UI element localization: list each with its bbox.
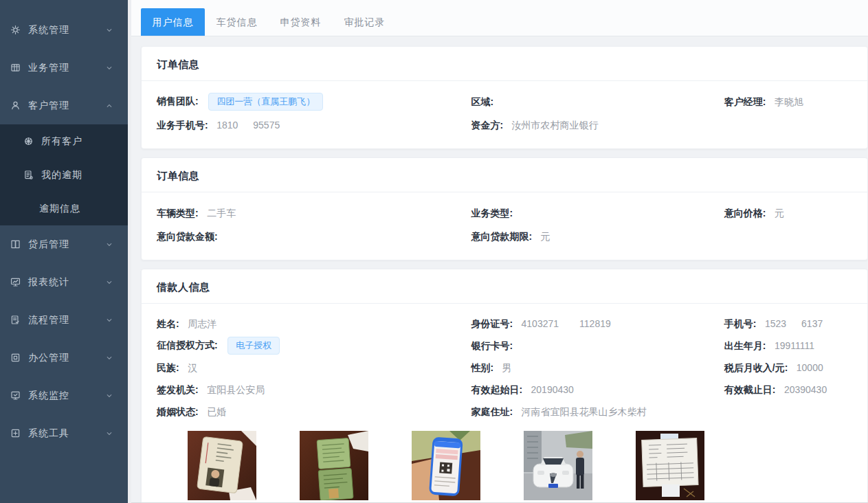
field-value: 二手车 (207, 208, 236, 219)
sidebar-item-customer-mgmt[interactable]: 客户管理 (0, 87, 128, 124)
chevron-down-icon (104, 429, 114, 438)
sidebar-item-label: 逾期信息 (39, 203, 80, 215)
chevron-down-icon (104, 63, 114, 73)
field-value: 4103271112819 (522, 318, 611, 329)
card-title: 借款人信息 (142, 269, 867, 304)
field-label: 资金方: (471, 120, 503, 131)
field-label: 姓名: (157, 318, 179, 329)
chevron-down-icon (104, 278, 114, 287)
borrower-info-card: 借款人信息 姓名: 周志洋 身份证号: 4103271112819 手机号: 1… (141, 269, 868, 502)
field-value: 宜阳县公安局 (207, 384, 265, 395)
sidebar-item-office-mgmt[interactable]: 办公管理 (0, 339, 128, 377)
field-label: 家庭住址: (471, 406, 513, 417)
sidebar-item-business-mgmt[interactable]: 业务管理 (0, 49, 128, 87)
field-customer-manager: 客户经理: 李晓旭 (724, 96, 852, 109)
field-label: 有效截止日: (724, 384, 776, 395)
gear-icon (10, 24, 21, 36)
field-birth-date: 出生年月: 19911111 (724, 339, 852, 353)
sidebar-item-system-mgmt[interactable]: 系统管理 (0, 11, 128, 49)
sidebar-item-label: 系统管理 (28, 24, 104, 36)
tab-user-info[interactable]: 用户信息 (141, 8, 205, 36)
card-title: 订单信息 (142, 47, 867, 81)
booklet-photo-image (300, 431, 368, 500)
field-value: 周志洋 (188, 318, 216, 329)
field-business-type: 业务类型: (471, 207, 724, 220)
credit-auth-tag[interactable]: 电子授权 (227, 337, 280, 355)
field-id-number: 身份证号: 4103271112819 (471, 317, 724, 331)
field-label: 区域: (471, 96, 493, 107)
field-value: 19911111 (775, 340, 814, 351)
field-monthly-income: 税后月收入/元: 10000 (724, 361, 852, 375)
field-gender: 性别: 男 (471, 361, 724, 375)
id-card-photo[interactable]: 身份证 (188, 431, 256, 502)
sidebar-item-report-stats[interactable]: 报表统计 (0, 263, 128, 301)
sidebar-item-process-mgmt[interactable]: 流程管理 (0, 301, 128, 339)
field-label: 签发机关: (157, 384, 199, 395)
sidebar-item-system-monitor[interactable]: 系统监控 (0, 377, 128, 414)
tab-car-loan-info[interactable]: 车贷信息 (205, 8, 269, 36)
field-business-phone: 业务手机号: 181095575 (157, 119, 471, 132)
tab-loan-application-docs[interactable]: 申贷资料 (269, 8, 333, 36)
field-name: 姓名: 周志洋 (157, 317, 471, 331)
field-label: 车辆类型: (157, 208, 199, 219)
field-label: 手机号: (724, 318, 757, 329)
sidebar-item-label: 系统工具 (28, 427, 104, 440)
field-bank-card: 银行卡号: (471, 339, 724, 353)
field-value: 男 (502, 362, 512, 373)
sidebar-item-label: 办公管理 (28, 352, 104, 364)
tab-bar: 用户信息 车贷信息 申贷资料 审批记录 (131, 0, 868, 36)
person-car-photo-image (524, 431, 592, 500)
card-title: 订单信息 (142, 158, 867, 192)
field-label: 民族: (157, 362, 179, 373)
credit-auth-photo[interactable]: 征信授权 (412, 431, 480, 502)
field-ethnicity: 民族: 汉 (157, 361, 471, 375)
order-info-card-2: 订单信息 车辆类型: 二手车 业务类型: 意向价格: 元 (141, 157, 868, 260)
id-card-photo-image (188, 431, 256, 500)
field-value: 元 (541, 231, 550, 242)
booklet-photo[interactable]: 户口本照片 (300, 431, 368, 502)
field-value: 181095575 (216, 120, 280, 131)
customer-mgmt-submenu: 所有客户 我的逾期 逾期信息 (0, 124, 128, 225)
field-label: 银行卡号: (471, 340, 513, 351)
field-region: 区域: (471, 96, 724, 109)
sidebar-item-label: 我的逾期 (41, 169, 82, 181)
book-icon (10, 238, 21, 250)
field-label: 身份证号: (471, 318, 513, 329)
borrower-photos: 身份证 (157, 423, 852, 502)
credit-auth-photo-image (412, 431, 480, 500)
sidebar-item-overdue-info[interactable]: 逾期信息 (0, 192, 128, 225)
field-credit-auth-method: 征信授权方式: 电子授权 (157, 337, 471, 355)
sidebar-item-all-customers[interactable]: 所有客户 (0, 124, 128, 158)
field-label: 出生年月: (724, 340, 766, 351)
field-sales-team: 销售团队: 四团一营（直属王鹏飞） (157, 93, 471, 111)
field-label: 意向贷款金额: (157, 231, 218, 242)
sidebar-item-system-tools[interactable]: 系统工具 (0, 414, 128, 452)
field-label: 有效起始日: (471, 384, 522, 395)
field-label: 婚姻状态: (157, 406, 199, 417)
sales-team-tag[interactable]: 四团一营（直属王鹏飞） (208, 93, 323, 111)
field-label: 销售团队: (157, 96, 199, 107)
person-car-photo[interactable]: 人车合影 (524, 431, 592, 502)
sidebar-item-label: 贷后管理 (28, 238, 104, 251)
sidebar: 系统管理 业务管理 客户管理 所有客户 我的逾期 逾期信息 贷后管理 报表统计 (0, 0, 128, 503)
field-label: 征信授权方式: (157, 339, 218, 350)
sidebar-item-postloan-mgmt[interactable]: 贷后管理 (0, 225, 128, 263)
chevron-down-icon (104, 391, 114, 401)
field-label: 意向价格: (724, 208, 766, 219)
field-valid-to: 有效截止日: 20390430 (724, 383, 852, 396)
user-icon (10, 100, 21, 111)
field-label: 业务手机号: (157, 120, 208, 131)
field-label: 意向贷款期限: (471, 231, 532, 242)
tab-approval-records[interactable]: 审批记录 (333, 8, 397, 36)
document-photo[interactable]: 其他材料 (636, 431, 704, 502)
sidebar-item-label: 流程管理 (28, 314, 104, 326)
field-label: 税后月收入/元: (724, 362, 788, 373)
content-area: 订单信息 销售团队: 四团一营（直属王鹏飞） 区域: 客户经理: 李晓旭 (131, 36, 868, 502)
field-home-address: 家庭住址: 河南省宜阳县花果山乡木柴村 (471, 405, 724, 418)
clipboard-icon (10, 314, 21, 326)
field-label: 业务类型: (471, 208, 513, 219)
field-value: 20190430 (531, 384, 574, 395)
sidebar-item-my-overdue[interactable]: 我的逾期 (0, 158, 128, 192)
customers-icon (23, 135, 34, 147)
field-value: 15236137 (765, 318, 823, 329)
